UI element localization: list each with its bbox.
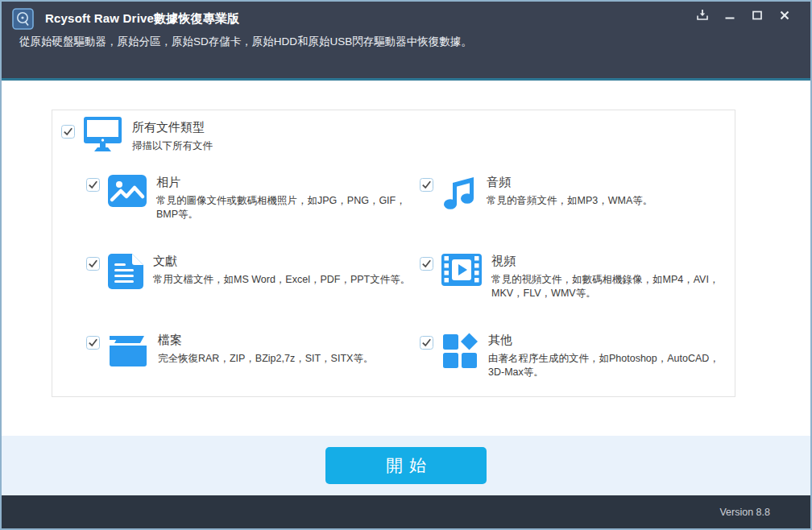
title-bar: Rcysoft Raw Drive數據恢復專業版 從原始硬盤驅動器，原始分區，原… bbox=[2, 2, 810, 78]
main-area: 所有文件類型 掃描以下所有文件 bbox=[2, 81, 810, 436]
file-type-description: 常見的圖像文件或數碼相機照片，如JPG，PNG，GIF，BMP等。 bbox=[156, 194, 415, 222]
close-button[interactable] bbox=[773, 7, 795, 23]
minimize-button[interactable] bbox=[719, 7, 740, 23]
close-icon bbox=[779, 10, 790, 21]
minimize-icon bbox=[724, 10, 735, 21]
video-icon bbox=[441, 254, 482, 289]
all-file-types-description: 掃描以下所有文件 bbox=[132, 139, 213, 153]
file-type-label: 音頻 bbox=[487, 175, 652, 190]
file-type-label: 檔案 bbox=[158, 333, 373, 348]
file-type-description: 由著名程序生成的文件，如Photoshop，AutoCAD，3D-Max等。 bbox=[488, 352, 725, 379]
app-subtitle: 從原始硬盤驅動器，原始分區，原始SD存儲卡，原始HDD和原始USB閃存驅動器中恢… bbox=[19, 35, 810, 49]
app-title: Rcysoft Raw Drive數據恢復專業版 bbox=[45, 11, 240, 27]
file-type-description: 常見的視頻文件，如數碼相機錄像，如MP4，AVI，MKV，FLV，WMV等。 bbox=[491, 273, 725, 300]
checkbox-audio[interactable] bbox=[420, 178, 433, 192]
file-type-label: 文獻 bbox=[153, 254, 410, 269]
all-file-types-row: 所有文件類型 掃描以下所有文件 bbox=[52, 110, 735, 160]
document-icon bbox=[108, 254, 143, 292]
version-label: Version 8.8 bbox=[719, 507, 770, 518]
file-type-tile-others: 其他 由著名程序生成的文件，如Photoshop，AutoCAD，3D-Max等… bbox=[420, 333, 730, 412]
app-logo-icon bbox=[12, 8, 34, 30]
file-type-tile-video: 視頻 常見的視頻文件，如數碼相機錄像，如MP4，AVI，MKV，FLV，WMV等… bbox=[420, 254, 730, 333]
file-type-description: 完全恢復RAR，ZIP，BZip2,7z，SIT，SITX等。 bbox=[158, 352, 373, 366]
app-window: Rcysoft Raw Drive數據恢復專業版 從原始硬盤驅動器，原始分區，原… bbox=[0, 0, 812, 530]
checkbox-video[interactable] bbox=[420, 257, 433, 271]
action-strip: 開始 bbox=[2, 436, 810, 495]
file-types-panel: 所有文件類型 掃描以下所有文件 bbox=[52, 110, 735, 397]
footer-bar: Version 8.8 bbox=[2, 495, 810, 528]
all-file-types-label: 所有文件類型 bbox=[132, 120, 213, 135]
download-icon bbox=[696, 9, 709, 21]
window-controls bbox=[691, 7, 795, 23]
file-type-tile-archives: 檔案 完全恢復RAR，ZIP，BZip2,7z，SIT，SITX等。 bbox=[86, 333, 420, 412]
file-type-tile-documents: 文獻 常用文檔文件，如MS Word，Excel，PDF，PPT文件等。 bbox=[86, 254, 420, 333]
monitor-icon bbox=[84, 117, 122, 155]
open-folder-icon bbox=[108, 333, 148, 370]
checkbox-others[interactable] bbox=[420, 336, 433, 350]
music-note-icon bbox=[441, 175, 477, 213]
file-type-description: 常見的音頻文件，如MP3，WMA等。 bbox=[487, 194, 652, 208]
start-button[interactable]: 開始 bbox=[325, 447, 487, 484]
shapes-grid-icon bbox=[441, 333, 478, 373]
file-type-tile-audio: 音頻 常見的音頻文件，如MP3，WMA等。 bbox=[420, 175, 730, 254]
checkbox-all-file-types[interactable] bbox=[61, 125, 75, 139]
file-type-tile-photos: 相片 常見的圖像文件或數碼相機照片，如JPG，PNG，GIF，BMP等。 bbox=[86, 175, 420, 254]
photo-icon bbox=[108, 175, 147, 210]
file-type-label: 相片 bbox=[156, 175, 415, 190]
download-button[interactable] bbox=[691, 7, 713, 23]
file-type-label: 視頻 bbox=[491, 254, 725, 269]
file-type-label: 其他 bbox=[488, 333, 725, 348]
checkbox-documents[interactable] bbox=[86, 257, 100, 271]
checkbox-photos[interactable] bbox=[86, 178, 100, 192]
file-types-grid: 相片 常見的圖像文件或數碼相機照片，如JPG，PNG，GIF，BMP等。 bbox=[52, 160, 735, 412]
maximize-icon bbox=[752, 10, 763, 21]
maximize-button[interactable] bbox=[746, 7, 768, 23]
file-type-description: 常用文檔文件，如MS Word，Excel，PDF，PPT文件等。 bbox=[153, 273, 410, 287]
checkbox-archives[interactable] bbox=[86, 336, 100, 350]
